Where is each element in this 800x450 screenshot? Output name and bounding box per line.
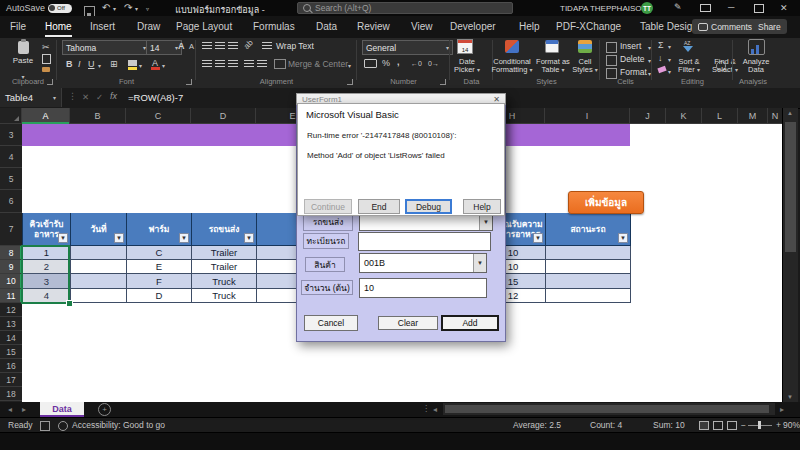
- avatar[interactable]: TT: [641, 2, 653, 14]
- row-header-16[interactable]: 16: [0, 359, 22, 373]
- table-header-vehicle[interactable]: รถขนส่ง▼: [192, 213, 257, 246]
- sort-filter-button[interactable]: Sort & Filter ▾: [672, 58, 706, 74]
- horizontal-scroll-thumb[interactable]: [445, 405, 769, 413]
- select-all-corner[interactable]: [0, 108, 22, 124]
- col-header-B[interactable]: B: [70, 108, 126, 124]
- accessibility-status[interactable]: Accessibility: Good to go: [72, 420, 165, 430]
- delete-cells-button[interactable]: Delete: [620, 54, 645, 64]
- cut-icon[interactable]: ✂: [42, 42, 50, 52]
- tab-file[interactable]: File: [10, 21, 26, 32]
- tab-help[interactable]: Help: [519, 21, 540, 32]
- product-combo[interactable]: 001B▼: [359, 253, 487, 273]
- row-header-6[interactable]: 6: [0, 190, 22, 213]
- col-header-C[interactable]: C: [126, 108, 191, 124]
- normal-view-icon[interactable]: [699, 421, 709, 430]
- cell-C11[interactable]: D: [127, 289, 192, 303]
- col-header-K[interactable]: K: [666, 108, 702, 124]
- table-header-status[interactable]: สถานะรถ▼: [546, 213, 631, 246]
- borders-icon[interactable]: ⊞: [110, 59, 118, 69]
- row-header-12[interactable]: 12: [0, 303, 22, 317]
- format-painter-icon[interactable]: [42, 67, 50, 72]
- row-header-8[interactable]: 8: [0, 246, 22, 260]
- sheet-tab-data[interactable]: Data: [40, 402, 84, 417]
- fill-icon[interactable]: ↓: [658, 53, 663, 63]
- cell-I9[interactable]: [546, 260, 631, 274]
- product-dropdown-icon[interactable]: ▼: [473, 254, 486, 272]
- undo-dropdown-icon[interactable]: ▾: [113, 5, 116, 12]
- autosave-toggle[interactable]: AutoSave Off: [6, 3, 72, 13]
- date-picker-button[interactable]: Date Picker ▾: [447, 58, 487, 74]
- end-button[interactable]: End: [358, 199, 400, 214]
- filter-icon[interactable]: ▼: [179, 233, 189, 243]
- formula-input[interactable]: =ROW(A8)-7: [128, 92, 183, 103]
- cell-C9[interactable]: E: [127, 260, 192, 274]
- row-header-15[interactable]: 15: [0, 345, 22, 359]
- redo-dropdown-icon[interactable]: ▾: [135, 5, 138, 12]
- table-header-farm[interactable]: ฟาร์ม▼: [127, 213, 192, 246]
- col-header-M[interactable]: M: [738, 108, 768, 124]
- sheet-nav-right-icon[interactable]: ▸: [22, 405, 26, 414]
- scroll-up-icon[interactable]: ▲: [787, 110, 793, 116]
- tab-view[interactable]: View: [411, 21, 433, 32]
- wrap-text-button[interactable]: Wrap Text: [276, 41, 314, 51]
- number-format-combo[interactable]: General▾: [362, 40, 453, 55]
- clear-button[interactable]: Clear: [378, 316, 438, 330]
- col-header-A[interactable]: A: [22, 108, 70, 124]
- cell-B8[interactable]: [71, 246, 127, 260]
- align-center-icon[interactable]: [215, 60, 225, 68]
- enter-formula-icon[interactable]: ✓: [96, 92, 103, 102]
- add-button[interactable]: Add: [441, 315, 499, 331]
- underline-dropdown-icon[interactable]: ▾: [98, 62, 101, 69]
- quick-access-more-icon[interactable]: ▿: [146, 5, 149, 12]
- row-header-13[interactable]: 13: [0, 317, 22, 331]
- filter-icon[interactable]: ▼: [114, 233, 124, 243]
- name-box-splitter-icon[interactable]: ⋮: [68, 91, 77, 101]
- insert-cells-button[interactable]: Insert: [620, 41, 641, 51]
- tab-home[interactable]: Home: [45, 21, 72, 37]
- row-header-3[interactable]: 3: [0, 124, 22, 146]
- align-left-icon[interactable]: [202, 60, 212, 68]
- increase-font-icon[interactable]: A: [178, 41, 185, 51]
- clear-dropdown-icon[interactable]: ▾: [668, 68, 671, 75]
- row-header-5[interactable]: 5: [0, 168, 22, 190]
- align-top-icon[interactable]: [202, 42, 212, 50]
- merge-center-button[interactable]: Merge & Center: [288, 59, 348, 69]
- sheet-nav-left-icon[interactable]: ◂: [8, 405, 12, 414]
- table-header-queue[interactable]: คิวเข้ารับอาหาร▼: [23, 213, 71, 246]
- macro-record-icon[interactable]: [40, 421, 50, 431]
- zoom-slider-thumb[interactable]: [758, 421, 761, 429]
- tab-formulas[interactable]: Formulas: [253, 21, 295, 32]
- cell-I11[interactable]: [546, 289, 631, 303]
- font-size-combo[interactable]: 14▾: [146, 40, 182, 55]
- save-icon[interactable]: [84, 6, 95, 17]
- hscroll-left-icon[interactable]: ◂: [433, 405, 437, 414]
- row-header-11[interactable]: 11: [0, 289, 22, 303]
- analyze-data-button[interactable]: Analyze Data: [737, 58, 775, 74]
- font-launcher-icon[interactable]: [186, 79, 192, 85]
- row-header-7[interactable]: 7: [0, 213, 22, 246]
- copy-icon[interactable]: [42, 54, 51, 64]
- bold-button[interactable]: B: [66, 59, 73, 69]
- col-header-D[interactable]: D: [191, 108, 256, 124]
- font-name-combo[interactable]: Tahoma▾: [62, 40, 150, 55]
- row-header-18[interactable]: 18: [0, 387, 22, 401]
- help-button[interactable]: Help: [463, 199, 501, 214]
- comma-style-icon[interactable]: ,: [397, 57, 400, 67]
- cell-B9[interactable]: [71, 260, 127, 274]
- cell-C10[interactable]: F: [127, 274, 192, 289]
- insert-function-icon[interactable]: fx: [110, 91, 117, 101]
- fill-handle[interactable]: [66, 300, 73, 307]
- decrease-decimal-icon[interactable]: 0→: [428, 60, 439, 67]
- page-layout-view-icon[interactable]: [713, 421, 723, 430]
- cell-C8[interactable]: C: [127, 246, 192, 260]
- vertical-scrollbar[interactable]: ▲ ▼: [782, 108, 798, 402]
- cell-B11[interactable]: [71, 289, 127, 303]
- cell-I8[interactable]: [546, 246, 631, 260]
- redo-icon[interactable]: ↷: [124, 2, 132, 13]
- clipboard-launcher-icon[interactable]: [47, 79, 53, 85]
- clear-icon[interactable]: [657, 66, 666, 73]
- minimize-button[interactable]: ─: [728, 2, 734, 12]
- cell-D9[interactable]: Trailer: [192, 260, 257, 274]
- transport-dropdown-icon[interactable]: ▼: [479, 214, 492, 230]
- table-header-date[interactable]: วันที่▼: [71, 213, 127, 246]
